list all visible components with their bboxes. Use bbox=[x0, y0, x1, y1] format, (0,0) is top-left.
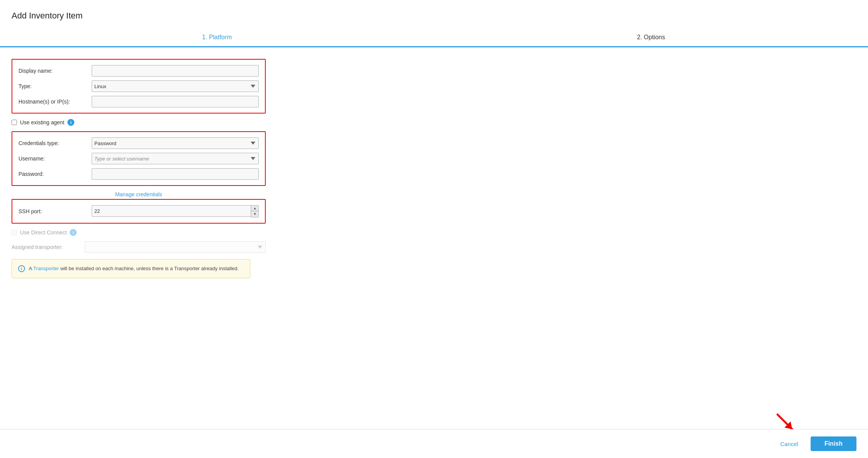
info-box-text: A Transporter will be installed on each … bbox=[29, 265, 239, 272]
use-direct-connect-label: Use Direct Connect bbox=[20, 229, 67, 236]
assigned-transporter-row: Assigned transporter: bbox=[12, 241, 266, 253]
credentials-section: Credentials type: Password SSH Key None … bbox=[12, 131, 266, 186]
hostname-row: Hostname(s) or IP(s): bbox=[18, 96, 259, 107]
basic-info-section: Display name: Type: Linux Windows Mac OS… bbox=[12, 59, 266, 114]
spinner-buttons: ▲ ▼ bbox=[251, 205, 259, 217]
hostname-label: Hostname(s) or IP(s): bbox=[18, 99, 92, 105]
credentials-type-row: Credentials type: Password SSH Key None bbox=[18, 137, 259, 149]
ssh-port-row: SSH port: ▲ ▼ bbox=[18, 205, 259, 217]
ssh-port-label: SSH port: bbox=[18, 208, 92, 214]
type-select[interactable]: Linux Windows Mac OS X VMware ESXi/ESX C… bbox=[92, 80, 259, 92]
manage-credentials-link[interactable]: Manage credentials bbox=[12, 191, 266, 197]
use-direct-connect-checkbox[interactable] bbox=[12, 230, 17, 235]
display-name-row: Display name: bbox=[18, 65, 259, 77]
ssh-port-section: SSH port: ▲ ▼ bbox=[12, 199, 266, 224]
password-label: Password: bbox=[18, 171, 92, 177]
wizard-step-platform[interactable]: 1. Platform bbox=[0, 28, 434, 47]
wizard-step-options[interactable]: 2. Options bbox=[434, 28, 868, 46]
ssh-port-increment-button[interactable]: ▲ bbox=[251, 206, 259, 211]
use-existing-agent-label: Use existing agent bbox=[20, 119, 64, 125]
use-direct-connect-row: Use Direct Connect i bbox=[12, 229, 266, 236]
page-title: Add Inventory Item bbox=[0, 0, 868, 28]
info-box-icon: i bbox=[18, 265, 25, 272]
credentials-type-select[interactable]: Password SSH Key None bbox=[92, 137, 259, 149]
footer: Cancel Finish bbox=[0, 429, 868, 458]
display-name-input[interactable] bbox=[92, 65, 259, 77]
username-row: Username: Type or select username bbox=[18, 153, 259, 164]
username-label: Username: bbox=[18, 155, 92, 162]
ssh-port-spinner: ▲ ▼ bbox=[92, 205, 259, 217]
credentials-type-label: Credentials type: bbox=[18, 140, 92, 146]
wizard-header: 1. Platform 2. Options bbox=[0, 28, 868, 47]
ssh-port-decrement-button[interactable]: ▼ bbox=[251, 211, 259, 217]
assigned-transporter-label: Assigned transporter: bbox=[12, 244, 85, 250]
transporter-link[interactable]: Transporter bbox=[33, 266, 59, 271]
password-input[interactable] bbox=[92, 168, 259, 180]
display-name-label: Display name: bbox=[18, 68, 92, 74]
password-row: Password: bbox=[18, 168, 259, 180]
hostname-input[interactable] bbox=[92, 96, 259, 107]
info-box: i A Transporter will be installed on eac… bbox=[12, 259, 250, 278]
type-row: Type: Linux Windows Mac OS X VMware ESXi… bbox=[18, 80, 259, 92]
use-direct-connect-info-icon[interactable]: i bbox=[70, 229, 77, 236]
use-existing-agent-row: Use existing agent i bbox=[12, 119, 266, 126]
left-panel: Display name: Type: Linux Windows Mac OS… bbox=[12, 59, 266, 278]
cancel-button[interactable]: Cancel bbox=[774, 438, 804, 450]
assigned-transporter-select[interactable] bbox=[85, 241, 266, 253]
username-select[interactable]: Type or select username bbox=[92, 153, 259, 164]
type-label: Type: bbox=[18, 83, 92, 89]
use-existing-agent-info-icon[interactable]: i bbox=[67, 119, 74, 126]
ssh-port-input[interactable] bbox=[92, 205, 251, 217]
finish-button[interactable]: Finish bbox=[811, 436, 856, 451]
right-panel bbox=[266, 59, 856, 278]
use-existing-agent-checkbox[interactable] bbox=[12, 120, 17, 125]
